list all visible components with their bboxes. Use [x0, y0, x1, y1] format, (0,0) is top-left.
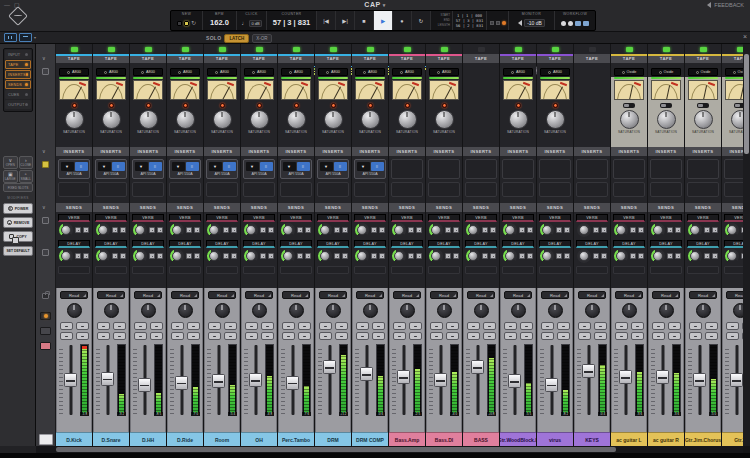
tape-machine-display[interactable]: A800	[170, 68, 200, 76]
record-arm-button[interactable]	[430, 322, 443, 330]
automation-mode-button[interactable]: Read	[652, 291, 680, 299]
send-delay-mute-button[interactable]	[675, 253, 681, 259]
send-verb-mute-button[interactable]	[638, 227, 644, 233]
insert-edit-icon[interactable]: ≡	[223, 162, 236, 171]
send-delay-knob[interactable]	[59, 249, 73, 263]
sends-section-header[interactable]: SENDS	[648, 203, 684, 212]
send-verb-mute-button[interactable]	[157, 227, 163, 233]
send-empty-slot[interactable]	[465, 266, 497, 274]
send-delay-pre-button[interactable]	[630, 253, 636, 259]
tape-section-header[interactable]: TAPE	[574, 54, 610, 63]
solo-button[interactable]	[726, 332, 739, 340]
tape-section-header[interactable]: TAPE	[500, 54, 536, 63]
automation-mode-button[interactable]: Read	[689, 291, 717, 299]
send-delay-mute-button[interactable]	[564, 253, 570, 259]
lock-icon[interactable]	[42, 293, 49, 299]
insert-slot-1[interactable]: ▼ ≡	[724, 159, 743, 179]
fader-cap[interactable]	[360, 367, 373, 381]
insert-power-icon[interactable]: ▼	[172, 162, 185, 171]
mute-button[interactable]	[224, 332, 237, 340]
input-monitor-button[interactable]	[668, 322, 681, 330]
input-monitor-button[interactable]	[187, 322, 200, 330]
send-verb-pre-button[interactable]	[297, 227, 303, 233]
send-verb-knob[interactable]	[281, 223, 295, 237]
tape-machine-display[interactable]: A800	[355, 68, 385, 76]
fader-cap[interactable]	[101, 372, 114, 386]
horizontal-scrollbar-handle[interactable]	[56, 447, 616, 452]
inserts-section-header[interactable]: INSERTS	[204, 147, 240, 156]
send-empty-slot[interactable]	[391, 266, 423, 274]
send-verb-pre-button[interactable]	[75, 227, 81, 233]
send-empty-slot[interactable]	[132, 266, 164, 274]
tape-machine-display[interactable]: A800	[133, 68, 163, 76]
inserts-section-header[interactable]: INSERTS	[130, 147, 166, 156]
send-verb-pre-button[interactable]	[519, 227, 525, 233]
tape-machine-display[interactable]: A800	[392, 68, 422, 76]
fader-cap[interactable]	[286, 376, 299, 390]
fader-cap[interactable]	[138, 378, 151, 392]
input-monitor-button[interactable]	[113, 322, 126, 330]
sends-section-header[interactable]: SENDS	[722, 203, 743, 212]
send-delay-mute-button[interactable]	[601, 253, 607, 259]
send-delay-pre-button[interactable]	[593, 253, 599, 259]
pan-knob[interactable]	[437, 303, 452, 318]
saturation-knob[interactable]	[398, 110, 417, 129]
tape-section-header[interactable]: TAPE	[648, 54, 684, 63]
saturation-knob[interactable]	[250, 110, 269, 129]
send-empty-slot[interactable]	[317, 266, 349, 274]
send-verb-knob[interactable]	[429, 223, 443, 237]
record-arm-button[interactable]	[356, 322, 369, 330]
solo-button[interactable]	[430, 332, 443, 340]
send-delay-knob[interactable]	[170, 249, 184, 263]
automation-mode-button[interactable]: Read	[356, 291, 384, 299]
mute-button[interactable]	[76, 332, 89, 340]
send-delay-label[interactable]: DELAY	[613, 240, 645, 248]
send-verb-mute-button[interactable]	[194, 227, 200, 233]
send-delay-label[interactable]: DELAY	[95, 240, 127, 248]
fader-cap[interactable]	[434, 373, 447, 387]
sends-section-header[interactable]: SENDS	[611, 203, 647, 212]
input-monitor-button[interactable]	[705, 322, 718, 330]
send-delay-label[interactable]: DELAY	[724, 240, 743, 248]
saturation-knob[interactable]	[176, 110, 195, 129]
saturation-knob[interactable]	[731, 110, 744, 129]
saturation-knob[interactable]	[139, 110, 158, 129]
tape-section-header[interactable]: TAPE	[167, 54, 203, 63]
insert-slot-2[interactable]	[428, 182, 460, 197]
send-verb-mute-button[interactable]	[83, 227, 89, 233]
send-delay-mute-button[interactable]	[712, 253, 718, 259]
inserts-section-header[interactable]: INSERTS	[463, 147, 499, 156]
send-delay-knob[interactable]	[540, 249, 554, 263]
send-verb-mute-button[interactable]	[564, 227, 570, 233]
fader-cap[interactable]	[64, 373, 77, 387]
record-arm-button[interactable]	[504, 322, 517, 330]
send-verb-mute-button[interactable]	[712, 227, 718, 233]
send-delay-label[interactable]: DELAY	[58, 240, 90, 248]
send-delay-pre-button[interactable]	[223, 253, 229, 259]
send-empty-slot[interactable]	[576, 266, 608, 274]
tape-section-header[interactable]: TAPE	[278, 54, 314, 63]
inserts-section-header[interactable]: INSERTS	[167, 147, 203, 156]
pan-knob[interactable]	[548, 303, 563, 318]
saturation-knob[interactable]	[509, 110, 528, 129]
fader-cap[interactable]	[693, 373, 706, 387]
send-delay-knob[interactable]	[688, 249, 702, 263]
send-verb-pre-button[interactable]	[260, 227, 266, 233]
mute-button[interactable]	[261, 332, 274, 340]
send-delay-knob[interactable]	[614, 249, 628, 263]
record-arm-button[interactable]	[652, 322, 665, 330]
automation-mode-button[interactable]: Read	[208, 291, 236, 299]
send-delay-pre-button[interactable]	[186, 253, 192, 259]
insert-power-icon[interactable]: ▼	[135, 162, 148, 171]
send-verb-pre-button[interactable]	[186, 227, 192, 233]
solo-button[interactable]	[282, 332, 295, 340]
send-verb-pre-button[interactable]	[630, 227, 636, 233]
send-delay-pre-button[interactable]	[482, 253, 488, 259]
send-delay-mute-button[interactable]	[416, 253, 422, 259]
sends-section-header[interactable]: SENDS	[56, 203, 92, 212]
solo-button[interactable]	[467, 332, 480, 340]
send-verb-mute-button[interactable]	[305, 227, 311, 233]
mute-clear-button[interactable]	[40, 327, 51, 335]
insert-slot-1[interactable]: ▼ ≡	[613, 159, 645, 179]
send-verb-pre-button[interactable]	[371, 227, 377, 233]
